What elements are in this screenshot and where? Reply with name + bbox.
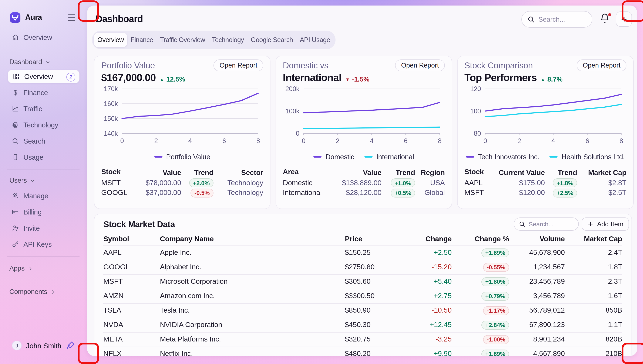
card-table-cell: +2.5% — [545, 188, 577, 198]
sidebar-link-apps[interactable]: Apps — [9, 264, 80, 272]
open-report-button[interactable]: Open Report — [577, 60, 627, 71]
stock-row-nflx[interactable]: NFLXNetflix Inc.$480.20+9.90+1.89%4,567,… — [103, 346, 622, 356]
sidebar-link-components[interactable]: Components — [9, 288, 80, 296]
tab-technology[interactable]: Technology — [208, 33, 248, 47]
annotation-box-top-right — [622, 0, 643, 22]
cell-symbol: NVDA — [103, 318, 160, 332]
cell-change: +2.50 — [398, 246, 452, 260]
open-report-button[interactable]: Open Report — [395, 60, 445, 71]
tab-traffic-overview[interactable]: Traffic Overview — [156, 33, 208, 47]
divider — [7, 256, 80, 256]
tab-finance[interactable]: Finance — [127, 33, 156, 47]
table-search-input[interactable]: Search... — [514, 218, 579, 231]
cell-change: +2.75 — [398, 289, 452, 303]
cell-change-pct: +1.80% — [452, 274, 509, 289]
add-item-button[interactable]: Add Item — [582, 218, 629, 231]
sidebar-item-api-keys[interactable]: API Keys — [7, 238, 80, 251]
legend-label: Tech Innovators Inc. — [478, 153, 539, 161]
sidebar-footer: J John Smith — [0, 341, 87, 355]
svg-text:100k: 100k — [285, 108, 300, 115]
card-table: StockValueTrendSectorMSFT$78,000.00+2.0%… — [101, 168, 263, 198]
svg-text:0: 0 — [302, 137, 306, 144]
cell-change: -10.50 — [398, 303, 452, 318]
stock-table-header-row: SymbolCompany NamePriceChangeChange %Vol… — [103, 233, 622, 246]
trend-pill: +1.0% — [391, 178, 415, 188]
svg-text:0: 0 — [296, 130, 299, 137]
trend-pill: +1.8% — [553, 178, 577, 188]
search-icon — [12, 137, 19, 145]
stock-row-nvda[interactable]: NVDANVIDIA Corporation$450.30+12.45+2.84… — [103, 318, 622, 332]
card-table-header: Market Cap — [577, 168, 626, 178]
stock-row-meta[interactable]: METAMeta Platforms Inc.$320.75-3.25-1.00… — [103, 332, 622, 346]
sidebar-section-users[interactable]: Users — [9, 177, 80, 184]
card-table-header: Trend — [545, 168, 577, 178]
sidebar-section-dashboard[interactable]: Dashboard — [9, 58, 80, 66]
triangle-up-icon: ▲ — [541, 77, 545, 82]
svg-text:6: 6 — [223, 137, 226, 144]
card-headline: International — [283, 72, 341, 84]
stock-row-googl[interactable]: GOOGLAlphabet Inc.$2750.80-15.20-0.55%1,… — [103, 260, 622, 274]
stock-row-aapl[interactable]: AAPLApple Inc.$150.25+2.50+1.69%45,678,9… — [103, 246, 622, 260]
column-header: Price — [345, 233, 398, 246]
cell-company: Amazon.com Inc. — [160, 289, 345, 303]
notification-dot — [608, 13, 611, 16]
sidebar-item-usage[interactable]: Usage — [7, 150, 80, 164]
cell-symbol: GOOGL — [103, 260, 160, 274]
cell-change-pct: -1.17% — [452, 303, 509, 318]
users-icon — [12, 192, 19, 200]
menu-icon[interactable] — [68, 14, 75, 21]
sidebar-item-traffic[interactable]: Traffic — [7, 102, 80, 116]
header-search-input[interactable]: Search... — [521, 11, 592, 28]
change-pct-pill: -1.17% — [483, 306, 509, 315]
sidebar-item-manage[interactable]: Manage — [7, 189, 80, 202]
plus-icon — [587, 221, 594, 227]
home-icon — [12, 34, 19, 41]
aura-logo-icon[interactable] — [10, 12, 21, 23]
paintbrush-icon[interactable] — [66, 341, 75, 350]
sidebar-item-invite[interactable]: Invite — [7, 221, 80, 235]
svg-text:8: 8 — [620, 137, 623, 144]
avatar[interactable]: J — [12, 341, 22, 350]
notifications-button[interactable] — [600, 13, 611, 25]
svg-text:4: 4 — [370, 137, 374, 144]
cell-symbol: MSFT — [103, 274, 160, 289]
sidebar-item-billing[interactable]: Billing — [7, 205, 80, 219]
sidebar-item-overview[interactable]: Overview2 — [8, 70, 80, 83]
sidebar: Aura OverviewDashboardOverview2FinanceTr… — [0, 0, 87, 364]
column-header: Change % — [452, 233, 509, 246]
chevron-down-icon — [30, 178, 35, 183]
sidebar-item-search[interactable]: Search — [7, 134, 80, 148]
legend-label: Domestic — [326, 153, 354, 161]
stock-row-msft[interactable]: MSFTMicrosoft Corporation$305.60+5.40+1.… — [103, 274, 622, 289]
divider — [7, 280, 80, 280]
sidebar-item-technology[interactable]: Technology — [7, 118, 80, 132]
cell-symbol: TSLA — [103, 303, 160, 318]
cell-company: Meta Platforms Inc. — [160, 332, 345, 346]
cell-market-cap: 2.4T — [565, 246, 622, 260]
sidebar-item-overview[interactable]: Overview — [7, 30, 80, 44]
svg-text:0: 0 — [120, 137, 124, 144]
sidebar-item-finance[interactable]: Finance — [7, 86, 80, 100]
chevron-right-icon — [28, 266, 33, 271]
card-table-cell: $138,889.00 — [327, 178, 381, 188]
card-portfolio-value: Portfolio Value$167,000.00▲12.5%Open Rep… — [94, 56, 271, 209]
tab-overview[interactable]: Overview — [94, 33, 127, 47]
cell-change-pct: -0.55% — [452, 260, 509, 274]
change-pct-pill: +2.84% — [481, 320, 509, 330]
phone-icon — [12, 153, 19, 161]
stock-row-amzn[interactable]: AMZNAmazon.com Inc.$3300.50+2.75+0.79%3,… — [103, 289, 622, 303]
cell-change: -3.25 — [398, 332, 452, 346]
line-chart: 1201008002468 — [464, 86, 626, 146]
card-table-cell: +2.0% — [181, 178, 213, 188]
tab-google-search[interactable]: Google Search — [247, 33, 296, 47]
open-report-button[interactable]: Open Report — [214, 60, 264, 71]
card-table-cell: +1.8% — [545, 178, 577, 188]
table-search-placeholder: Search... — [529, 220, 553, 228]
tab-api-usage[interactable]: API Usage — [296, 33, 334, 47]
card-table-header: Current Value — [494, 168, 545, 178]
card-table-cell: -0.5% — [181, 188, 213, 198]
card-table-cell: GOOGL — [101, 188, 142, 198]
legend-swatch — [364, 156, 372, 158]
chevron-right-icon — [50, 289, 56, 294]
stock-row-tsla[interactable]: TSLATesla Inc.$850.90-10.50-1.17%56,789,… — [103, 303, 622, 318]
